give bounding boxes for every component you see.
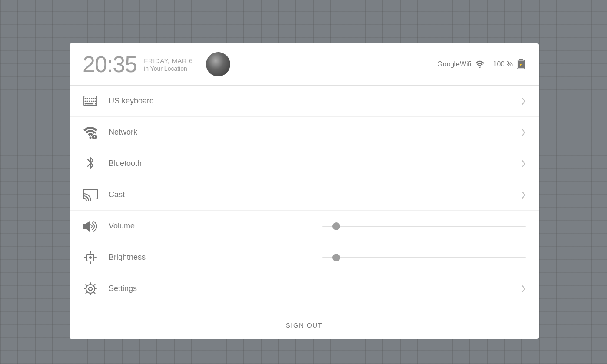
brightness-label: Brightness (109, 253, 312, 262)
quick-settings-panel: 20:35 FRIDAY, MAR 6 in Your Location Goo… (70, 43, 539, 339)
svg-point-35 (89, 287, 92, 291)
volume-slider-container (322, 226, 526, 227)
date: FRIDAY, MAR 6 (144, 57, 193, 64)
menu-item-keyboard[interactable]: US keyboard (70, 86, 539, 117)
keyboard-label: US keyboard (109, 96, 511, 106)
clock: 20:35 (83, 51, 137, 77)
wifi-name: GoogleWifi (437, 60, 471, 68)
brightness-icon (83, 250, 98, 265)
bluetooth-icon (83, 156, 98, 172)
header: 20:35 FRIDAY, MAR 6 in Your Location Goo… (70, 43, 539, 86)
svg-text:⚡: ⚡ (519, 63, 523, 66)
settings-chevron (521, 285, 526, 293)
settings-label: Settings (109, 284, 511, 293)
avatar[interactable] (206, 52, 230, 76)
menu-item-network[interactable]: Network (70, 117, 539, 148)
keyboard-icon (83, 93, 98, 109)
svg-marker-26 (83, 221, 90, 232)
menu-item-settings[interactable]: Settings (70, 273, 539, 304)
bluetooth-label: Bluetooth (109, 159, 511, 168)
menu-item-bluetooth[interactable]: Bluetooth (70, 148, 539, 179)
wifi-icon (475, 60, 484, 68)
time-block: 20:35 FRIDAY, MAR 6 in Your Location (83, 51, 193, 77)
cast-label: Cast (109, 190, 511, 199)
sign-out-button[interactable]: SIGN OUT (286, 321, 323, 329)
sign-out-row: SIGN OUT (70, 311, 539, 339)
cast-chevron (521, 191, 526, 199)
avatar-image (206, 52, 230, 76)
svg-rect-23 (94, 136, 95, 137)
network-chevron (521, 129, 526, 136)
menu-list: US keyboard Net (70, 86, 539, 311)
volume-label: Volume (109, 222, 312, 231)
volume-row: Volume (70, 211, 539, 242)
brightness-row: Brightness (70, 242, 539, 273)
settings-icon (83, 281, 98, 297)
svg-point-34 (86, 285, 95, 293)
bluetooth-chevron (521, 160, 526, 168)
volume-icon (83, 218, 98, 234)
location: in Your Location (144, 65, 193, 72)
brightness-slider[interactable] (322, 257, 526, 258)
network-label: Network (109, 128, 511, 137)
status-row: GoogleWifi 100 % ⚡ (437, 59, 526, 69)
battery-percent: 100 % (493, 60, 513, 68)
brightness-slider-container (322, 257, 526, 258)
svg-point-0 (479, 67, 480, 68)
keyboard-chevron (521, 97, 526, 105)
cast-icon (83, 187, 98, 203)
battery-icon: ⚡ (516, 59, 526, 69)
network-icon (83, 125, 98, 140)
date-location: FRIDAY, MAR 6 in Your Location (144, 57, 193, 72)
svg-point-28 (89, 256, 92, 259)
svg-point-21 (90, 136, 92, 139)
menu-item-cast[interactable]: Cast (70, 179, 539, 211)
volume-slider[interactable] (322, 226, 526, 227)
